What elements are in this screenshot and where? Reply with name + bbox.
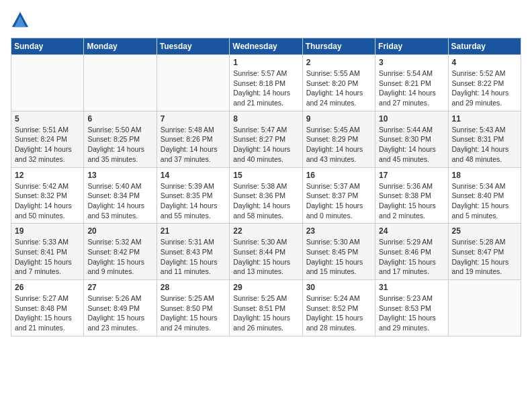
day-info-line: Daylight: 14 hours bbox=[87, 144, 152, 154]
day-info-line: Daylight: 14 hours bbox=[233, 144, 298, 154]
day-info-line: Daylight: 14 hours bbox=[161, 201, 226, 211]
calendar-cell: 14Sunrise: 5:39 AMSunset: 8:35 PMDayligh… bbox=[157, 167, 229, 224]
calendar-cell: 5Sunrise: 5:51 AMSunset: 8:24 PMDaylight… bbox=[11, 111, 84, 167]
calendar-cell: 9Sunrise: 5:45 AMSunset: 8:29 PMDaylight… bbox=[302, 111, 375, 167]
day-info-line: Daylight: 14 hours bbox=[379, 144, 444, 154]
day-info-line: Daylight: 15 hours bbox=[15, 257, 80, 267]
calendar-cell: 22Sunrise: 5:30 AMSunset: 8:44 PMDayligh… bbox=[230, 224, 302, 280]
calendar-cell: 2Sunrise: 5:55 AMSunset: 8:20 PMDaylight… bbox=[302, 55, 375, 111]
day-info-line: Sunrise: 5:44 AM bbox=[379, 125, 444, 135]
calendar-cell: 16Sunrise: 5:37 AMSunset: 8:37 PMDayligh… bbox=[302, 167, 375, 224]
day-number: 20 bbox=[87, 226, 152, 236]
calendar-cell: 18Sunrise: 5:34 AMSunset: 8:40 PMDayligh… bbox=[448, 167, 521, 224]
day-number: 25 bbox=[452, 226, 517, 236]
day-info-line: Sunrise: 5:31 AM bbox=[161, 237, 226, 247]
day-info-line: and 43 minutes. bbox=[306, 154, 371, 165]
day-info-line: Sunrise: 5:24 AM bbox=[306, 293, 371, 304]
day-info-line: Sunset: 8:26 PM bbox=[161, 134, 226, 144]
day-info-line: Sunrise: 5:34 AM bbox=[452, 181, 517, 191]
day-info-line: Sunrise: 5:25 AM bbox=[233, 293, 298, 304]
weekday-header-saturday: Saturday bbox=[448, 38, 521, 55]
calendar-cell: 7Sunrise: 5:48 AMSunset: 8:26 PMDaylight… bbox=[157, 111, 229, 167]
day-info-line: Daylight: 15 hours bbox=[233, 313, 298, 323]
day-info-line: and 0 minutes. bbox=[306, 211, 371, 221]
day-info-line: Sunset: 8:45 PM bbox=[306, 247, 371, 257]
day-info-line: Sunrise: 5:55 AM bbox=[306, 68, 371, 79]
calendar-cell: 23Sunrise: 5:30 AMSunset: 8:45 PMDayligh… bbox=[302, 224, 375, 280]
day-info-line: and 55 minutes. bbox=[161, 211, 226, 221]
day-info-line: Daylight: 15 hours bbox=[15, 313, 80, 323]
day-info-line: Daylight: 15 hours bbox=[379, 257, 444, 267]
day-info-line: Sunset: 8:43 PM bbox=[161, 247, 226, 257]
calendar-cell bbox=[84, 55, 157, 111]
day-info-line: Sunrise: 5:54 AM bbox=[379, 68, 444, 79]
day-info-line: and 17 minutes. bbox=[379, 267, 444, 277]
day-info-line: Daylight: 15 hours bbox=[379, 201, 444, 211]
calendar-cell: 13Sunrise: 5:40 AMSunset: 8:34 PMDayligh… bbox=[84, 167, 157, 224]
day-info-line: Sunset: 8:30 PM bbox=[379, 134, 444, 144]
weekday-header-wednesday: Wednesday bbox=[230, 38, 302, 55]
day-number: 26 bbox=[15, 283, 80, 292]
day-info-line: Sunset: 8:29 PM bbox=[306, 134, 371, 144]
day-info-line: Sunset: 8:37 PM bbox=[306, 191, 371, 201]
day-info-line: Sunset: 8:51 PM bbox=[233, 304, 298, 314]
day-info-line: Daylight: 15 hours bbox=[452, 201, 517, 211]
day-info-line: Sunrise: 5:48 AM bbox=[161, 125, 226, 135]
day-info-line: Daylight: 14 hours bbox=[306, 144, 371, 154]
day-info-line: Sunset: 8:25 PM bbox=[87, 134, 152, 144]
day-info-line: and 28 minutes. bbox=[306, 323, 371, 333]
calendar-cell: 26Sunrise: 5:27 AMSunset: 8:48 PMDayligh… bbox=[11, 280, 84, 336]
day-info-line: Sunset: 8:44 PM bbox=[233, 247, 298, 257]
weekday-header-thursday: Thursday bbox=[302, 38, 375, 55]
calendar-cell: 31Sunrise: 5:23 AMSunset: 8:53 PMDayligh… bbox=[375, 280, 448, 336]
calendar-cell: 10Sunrise: 5:44 AMSunset: 8:30 PMDayligh… bbox=[375, 111, 448, 167]
calendar-cell: 30Sunrise: 5:24 AMSunset: 8:52 PMDayligh… bbox=[302, 280, 375, 336]
day-number: 23 bbox=[306, 226, 371, 236]
day-info-line: and 5 minutes. bbox=[452, 211, 517, 221]
day-info-line: and 11 minutes. bbox=[161, 267, 226, 277]
day-info-line: Sunrise: 5:50 AM bbox=[87, 125, 152, 135]
calendar-cell bbox=[157, 55, 229, 111]
weekday-header-friday: Friday bbox=[375, 38, 448, 55]
day-number: 5 bbox=[15, 114, 80, 124]
day-info-line: Sunrise: 5:30 AM bbox=[306, 237, 371, 247]
day-info-line: Sunset: 8:48 PM bbox=[15, 304, 80, 314]
day-info-line: and 13 minutes. bbox=[233, 267, 298, 277]
day-info-line: Sunrise: 5:43 AM bbox=[452, 125, 517, 135]
day-info-line: Sunrise: 5:33 AM bbox=[15, 237, 80, 247]
day-info-line: Sunset: 8:47 PM bbox=[452, 247, 517, 257]
day-info-line: Sunrise: 5:40 AM bbox=[87, 181, 152, 191]
day-info-line: Sunrise: 5:26 AM bbox=[87, 293, 152, 304]
week-row-2: 12Sunrise: 5:42 AMSunset: 8:32 PMDayligh… bbox=[11, 167, 521, 224]
logo bbox=[11, 11, 32, 30]
day-number: 18 bbox=[452, 171, 517, 180]
day-number: 15 bbox=[233, 171, 298, 180]
logo-icon bbox=[11, 11, 30, 30]
day-info-line: Sunset: 8:22 PM bbox=[452, 79, 517, 89]
day-info-line: Sunset: 8:38 PM bbox=[379, 191, 444, 201]
weekday-header-monday: Monday bbox=[84, 38, 157, 55]
day-info-line: and 23 minutes. bbox=[87, 323, 152, 333]
day-info-line: Sunset: 8:32 PM bbox=[15, 191, 80, 201]
day-number: 17 bbox=[379, 171, 444, 180]
day-info-line: Sunset: 8:21 PM bbox=[379, 79, 444, 89]
day-info-line: and 29 minutes. bbox=[452, 98, 517, 108]
day-number: 6 bbox=[87, 114, 152, 124]
day-info-line: Sunset: 8:52 PM bbox=[306, 304, 371, 314]
day-number: 28 bbox=[161, 283, 226, 292]
day-info-line: Sunrise: 5:45 AM bbox=[306, 125, 371, 135]
day-number: 16 bbox=[306, 171, 371, 180]
day-info-line: Daylight: 15 hours bbox=[87, 257, 152, 267]
week-row-4: 26Sunrise: 5:27 AMSunset: 8:48 PMDayligh… bbox=[11, 280, 521, 336]
calendar-cell: 25Sunrise: 5:28 AMSunset: 8:47 PMDayligh… bbox=[448, 224, 521, 280]
calendar-cell: 15Sunrise: 5:38 AMSunset: 8:36 PMDayligh… bbox=[230, 167, 302, 224]
day-info-line: Sunrise: 5:47 AM bbox=[233, 125, 298, 135]
day-info-line: Daylight: 15 hours bbox=[306, 313, 371, 323]
day-info-line: Daylight: 14 hours bbox=[87, 201, 152, 211]
day-number: 2 bbox=[306, 58, 371, 67]
calendar-cell: 11Sunrise: 5:43 AMSunset: 8:31 PMDayligh… bbox=[448, 111, 521, 167]
week-row-0: 1Sunrise: 5:57 AMSunset: 8:18 PMDaylight… bbox=[11, 55, 521, 111]
day-info-line: and 15 minutes. bbox=[306, 267, 371, 277]
day-info-line: and 24 minutes. bbox=[306, 98, 371, 108]
day-info-line: and 2 minutes. bbox=[379, 211, 444, 221]
